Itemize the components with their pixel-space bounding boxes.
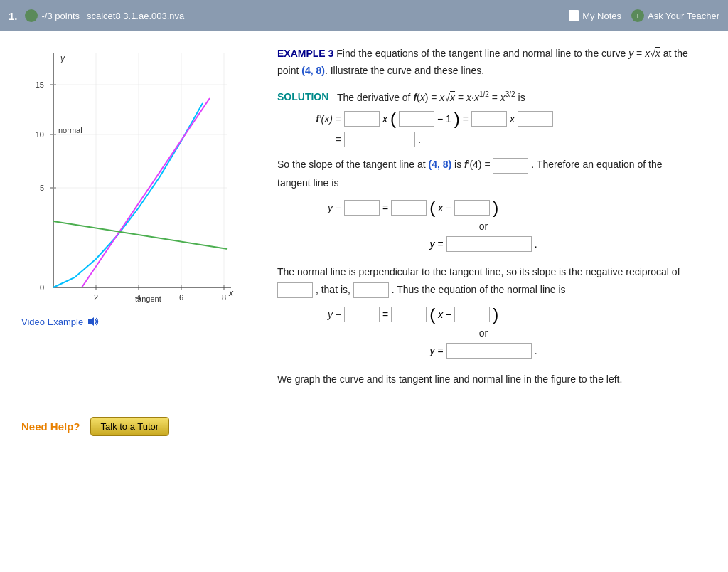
tangent-x1-input[interactable] <box>454 200 490 216</box>
svg-line-26 <box>82 98 210 287</box>
slope-value-input[interactable] <box>493 158 528 174</box>
normal-recip2-input[interactable] <box>353 282 389 298</box>
svg-text:10: 10 <box>36 130 44 139</box>
ask-teacher-button[interactable]: + Ask Your Teacher <box>631 9 719 22</box>
fprime-label: f′(x) = <box>306 113 341 125</box>
need-help-label: Need Help? <box>21 420 80 433</box>
graph-svg: 15 10 5 0 2 4 6 8 <box>21 46 242 309</box>
my-notes-button[interactable]: My Notes <box>569 10 621 21</box>
main-content: 15 10 5 0 2 4 6 8 <box>0 31 728 407</box>
svg-text:normal: normal <box>58 126 82 134</box>
fprime-coeff-input[interactable] <box>344 111 380 127</box>
normal-or: or <box>277 327 690 339</box>
fprime-row1: f′(x) = x ( − 1 ) = x <box>277 110 690 127</box>
video-example-label: Video Example <box>21 317 83 327</box>
ask-plus-icon: + <box>631 9 644 22</box>
notes-doc-icon <box>569 10 579 21</box>
tangent-or: or <box>277 221 690 232</box>
normal-y-eq-row: y = . <box>277 343 690 359</box>
tangent-slope-input[interactable] <box>391 200 427 216</box>
tangent-y-input[interactable] <box>446 236 532 252</box>
normal-line-text: The normal line is perpendicular to the … <box>277 263 690 299</box>
normal-y1-input[interactable] <box>344 307 380 322</box>
points-text: -/3 points <box>42 11 80 21</box>
svg-text:tangent: tangent <box>135 295 161 303</box>
right-panel: EXAMPLE 3 Find the equations of the tang… <box>277 46 690 393</box>
svg-text:6: 6 <box>179 293 183 302</box>
solution-label: SOLUTION <box>277 91 328 102</box>
normal-eq-row: y − = ( x − ) <box>277 306 690 323</box>
ask-label: Ask Your Teacher <box>648 11 719 21</box>
fprime-row2: = . <box>277 132 690 147</box>
tangent-y1-input[interactable] <box>344 200 380 216</box>
points-icon: + <box>25 9 38 22</box>
conclusion-text: We graph the curve and its tangent line … <box>277 371 690 388</box>
svg-text:y: y <box>60 53 65 63</box>
notes-label: My Notes <box>582 11 621 21</box>
tangent-eq-row: y − = ( x − ) <box>277 199 690 216</box>
graph-container: 15 10 5 0 2 4 6 8 <box>21 46 242 309</box>
fprime-exp2-input[interactable] <box>518 111 553 127</box>
svg-text:15: 15 <box>36 80 44 89</box>
svg-text:0: 0 <box>40 283 44 292</box>
svg-text:x: x <box>228 288 234 298</box>
svg-text:5: 5 <box>40 184 44 192</box>
need-help-section: Need Help? Talk to a Tutor <box>0 407 728 450</box>
top-bar: 1. + -/3 points scalcet8 3.1.ae.003.nva … <box>0 0 728 31</box>
talk-to-tutor-button[interactable]: Talk to a Tutor <box>90 417 170 436</box>
svg-line-27 <box>53 221 228 249</box>
normal-y-input[interactable] <box>446 343 532 359</box>
svg-text:2: 2 <box>94 293 98 302</box>
fprime-coeff2-input[interactable] <box>471 111 507 127</box>
example-header: EXAMPLE 3 Find the equations of the tang… <box>277 46 690 80</box>
example-intro: Find the equations of the tangent line a… <box>277 48 688 76</box>
svg-text:8: 8 <box>222 293 226 302</box>
normal-slope-input[interactable] <box>391 307 427 322</box>
svg-marker-30 <box>88 317 94 326</box>
example-number: EXAMPLE 3 <box>277 48 333 59</box>
left-panel: 15 10 5 0 2 4 6 8 <box>21 46 263 393</box>
solution-line: SOLUTION The derivative of f(x) = x√x = … <box>277 88 690 107</box>
slope-text: So the slope of the tangent line at (4, … <box>277 156 690 191</box>
fprime-result-input[interactable] <box>344 132 415 147</box>
normal-x1-input[interactable] <box>454 307 490 322</box>
speaker-icon <box>87 316 100 327</box>
problem-code: scalcet8 3.1.ae.003.nva <box>87 11 569 21</box>
question-number: 1. <box>9 10 18 22</box>
video-example-link[interactable]: Video Example <box>21 316 263 327</box>
normal-recip1-input[interactable] <box>277 282 313 298</box>
fprime-exp-input[interactable] <box>399 111 434 127</box>
tangent-y-eq-row: y = . <box>277 236 690 252</box>
